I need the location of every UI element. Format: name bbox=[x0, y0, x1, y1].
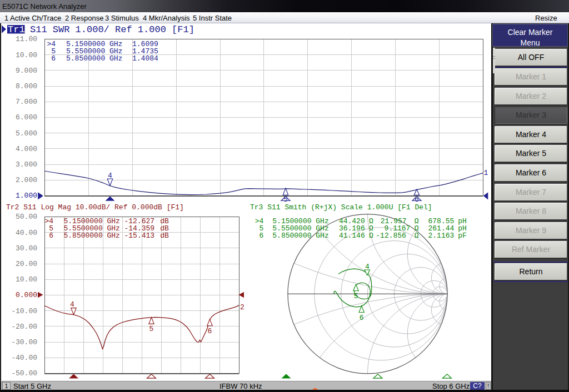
svg-text:Tr3 S11 Smith (R+jX) Scale 1.0: Tr3 S11 Smith (R+jX) Scale 1.000U [F1 De… bbox=[250, 203, 432, 212]
svg-text:dB: dB bbox=[160, 232, 169, 240]
svg-text:9.000: 9.000 bbox=[16, 67, 37, 75]
svg-text:10.00: 10.00 bbox=[16, 51, 37, 59]
svg-text:30.00: 30.00 bbox=[16, 244, 37, 253]
svg-text:8.000: 8.000 bbox=[16, 82, 37, 91]
svg-text:-30.00: -30.00 bbox=[11, 338, 37, 346]
svg-text:10.00: 10.00 bbox=[16, 275, 37, 284]
svg-text:Tr2 S11 Log Mag 10.00dB/ Ref 0: Tr2 S11 Log Mag 10.00dB/ Ref 0.000dB [F1… bbox=[6, 203, 184, 212]
svg-text:6: 6 bbox=[51, 54, 56, 63]
svg-text:4: 4 bbox=[108, 172, 112, 180]
svg-text:-40.00: -40.00 bbox=[11, 354, 37, 362]
svg-text:7.000: 7.000 bbox=[16, 98, 37, 106]
svg-text:5.000: 5.000 bbox=[16, 129, 37, 138]
svg-text:41.146: 41.146 bbox=[339, 232, 365, 240]
svg-text:40.00: 40.00 bbox=[16, 229, 37, 237]
svg-text:6: 6 bbox=[208, 327, 212, 335]
svg-text:4.000: 4.000 bbox=[16, 145, 37, 153]
svg-text:11.00: 11.00 bbox=[16, 35, 37, 43]
svg-text:6: 6 bbox=[415, 195, 419, 204]
svg-text:5.8500000 GHz: 5.8500000 GHz bbox=[64, 232, 120, 240]
svg-text:5.8500000 GHz: 5.8500000 GHz bbox=[272, 232, 328, 240]
svg-text:6: 6 bbox=[360, 314, 364, 322]
svg-text:2.1163: 2.1163 bbox=[428, 232, 455, 240]
svg-text:5: 5 bbox=[283, 195, 288, 204]
svg-text:S11 SWR 1.000/ Ref 1.000 [F1]: S11 SWR 1.000/ Ref 1.000 [F1] bbox=[30, 24, 194, 35]
svg-text:6: 6 bbox=[259, 232, 264, 240]
svg-text:1.4084: 1.4084 bbox=[132, 54, 158, 63]
svg-text:-15.413: -15.413 bbox=[124, 232, 155, 240]
svg-text:5.8500000 GHz: 5.8500000 GHz bbox=[66, 54, 122, 63]
svg-text:1.000: 1.000 bbox=[16, 192, 37, 200]
svg-text:4: 4 bbox=[70, 300, 74, 309]
svg-text:1: 1 bbox=[484, 169, 488, 177]
svg-text:Ω: Ω bbox=[415, 232, 419, 240]
svg-text:0.000: 0.000 bbox=[16, 291, 37, 299]
svg-text:50.00: 50.00 bbox=[16, 213, 37, 221]
svg-text:20.00: 20.00 bbox=[16, 260, 37, 268]
svg-text:pF: pF bbox=[458, 232, 467, 240]
svg-text:Ω: Ω bbox=[369, 232, 373, 240]
svg-text:2: 2 bbox=[240, 303, 244, 311]
svg-text:6.000: 6.000 bbox=[16, 113, 37, 122]
svg-text:2.000: 2.000 bbox=[16, 176, 37, 184]
svg-text:-10.00: -10.00 bbox=[11, 307, 37, 315]
svg-text:-20.00: -20.00 bbox=[11, 323, 37, 331]
svg-text:6: 6 bbox=[49, 232, 53, 240]
svg-text:5: 5 bbox=[354, 292, 358, 300]
svg-text:-50.00: -50.00 bbox=[11, 369, 37, 378]
svg-text:-12.856: -12.856 bbox=[376, 232, 406, 240]
svg-text:Tr1: Tr1 bbox=[8, 24, 25, 35]
svg-text:5: 5 bbox=[149, 325, 154, 333]
svg-text:3.000: 3.000 bbox=[16, 160, 37, 169]
